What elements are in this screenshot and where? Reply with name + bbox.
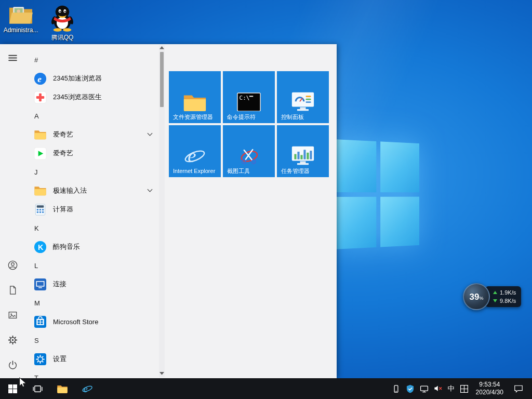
app-section-header[interactable]: J xyxy=(28,163,159,181)
tray-keyboard-icon xyxy=(460,384,469,393)
rail-user-button[interactable] xyxy=(0,252,25,277)
desktop-icon-label: Administra... xyxy=(4,26,38,34)
usage-percent-sign: % xyxy=(479,296,483,301)
desktop-icon-administrator[interactable]: Administra... xyxy=(2,4,39,34)
pictures-icon xyxy=(8,310,18,320)
tray-icons: 中 xyxy=(389,378,471,399)
rail-menu-button[interactable] xyxy=(0,45,25,70)
app-item-label: 2345浏览器医生 xyxy=(53,92,102,102)
desktop-icon-tencent-qq[interactable]: 腾讯QQ xyxy=(44,4,81,42)
download-row: 9.8K/s xyxy=(493,298,516,304)
windows-logo-pane xyxy=(380,196,419,247)
app-item-label: 计算器 xyxy=(53,205,73,214)
app-item-label: 爱奇艺 xyxy=(53,130,73,139)
rail-pictures-button[interactable] xyxy=(0,302,25,327)
app-section-header[interactable]: K xyxy=(28,219,159,237)
app-item[interactable]: K酷狗音乐 xyxy=(28,237,159,256)
hamburger-icon xyxy=(8,53,18,63)
tile-internet-explorer[interactable]: eInternet Explorer xyxy=(169,125,221,177)
app-item[interactable]: 2345浏览器医生 xyxy=(28,88,159,107)
app-item-label: 连接 xyxy=(53,280,66,289)
tile-snipping-tool[interactable]: 截图工具 xyxy=(223,125,275,177)
start-rail xyxy=(0,44,25,378)
tray-volume-muted[interactable] xyxy=(431,378,445,399)
app-list-scrollbar[interactable] xyxy=(159,45,165,377)
app-item[interactable]: 爱奇艺 xyxy=(28,144,159,163)
app-item[interactable]: 连接 xyxy=(28,275,159,294)
taskbar-start-button[interactable] xyxy=(0,378,25,399)
app-item-label: 爱奇艺 xyxy=(53,149,73,158)
tile-control-panel[interactable]: 控制面板 xyxy=(277,71,329,123)
tray-ime-language[interactable]: 中 xyxy=(445,378,457,399)
scrollbar-thumb[interactable] xyxy=(160,52,164,107)
section-letter: J xyxy=(34,168,38,176)
gear-icon xyxy=(8,335,18,345)
folder-icon xyxy=(57,384,68,394)
app-section-header[interactable]: M xyxy=(28,294,159,312)
chevron-down-icon[interactable] xyxy=(147,189,153,192)
tile-label: Internet Explorer xyxy=(173,167,218,175)
app-section-header[interactable]: T xyxy=(28,368,159,378)
taskbar-task-view-button[interactable] xyxy=(25,378,50,399)
admin-folder-icon xyxy=(9,4,33,25)
rail-power-button[interactable] xyxy=(0,352,25,377)
tile-grid: 文件资源管理器C:\命令提示符控制面板eInternet Explorer截图工… xyxy=(169,71,329,177)
scroll-down-icon[interactable] xyxy=(159,371,164,376)
tray-shield-icon xyxy=(406,384,415,393)
chevron-down-icon[interactable] xyxy=(147,132,153,136)
taskbar-date: 2020/4/30 xyxy=(476,389,503,396)
app-section-header[interactable]: A xyxy=(28,107,159,125)
app-item[interactable]: 设置 xyxy=(28,350,159,368)
tray-phone[interactable] xyxy=(389,378,403,399)
tray-volume-muted-icon xyxy=(434,384,443,392)
app-section-header[interactable]: S xyxy=(28,331,159,350)
upload-row: 1.9K/s xyxy=(493,289,516,296)
tile-cmd[interactable]: C:\命令提示符 xyxy=(223,71,275,123)
action-center-button[interactable] xyxy=(508,378,529,399)
app-item[interactable]: Microsoft Store xyxy=(28,312,159,331)
app-section-header[interactable]: # xyxy=(28,50,159,69)
app-item[interactable]: e2345加速浏览器 xyxy=(28,69,159,88)
task-view-icon xyxy=(33,384,43,394)
app-item-label: 酷狗音乐 xyxy=(53,242,80,251)
svg-text:K: K xyxy=(37,243,43,251)
taskbar-clock[interactable]: 9:53:54 2020/4/30 xyxy=(471,381,508,396)
tile-label: 控制面板 xyxy=(281,113,326,121)
app-item-label: 2345加速浏览器 xyxy=(53,74,102,83)
tray-ime-language-label: 中 xyxy=(448,384,455,393)
app-item[interactable]: 极速输入法 xyxy=(28,181,159,200)
section-letter: S xyxy=(34,337,39,344)
iqiyi-icon xyxy=(33,147,47,160)
network-monitor-widget[interactable]: 39 % 1.9K/s 9.8K/s xyxy=(463,283,521,310)
app-item[interactable]: 爱奇艺 xyxy=(28,125,159,144)
scroll-up-icon[interactable] xyxy=(159,45,164,50)
taskbar-internet-explorer-button[interactable]: e xyxy=(75,378,100,399)
store-icon xyxy=(33,315,47,328)
app-item-label: 极速输入法 xyxy=(53,186,87,195)
usage-ball[interactable]: 39 % xyxy=(463,283,490,310)
tray-security-shield[interactable] xyxy=(403,378,417,399)
section-letter: T xyxy=(34,374,38,379)
windows-logo-pane xyxy=(334,139,376,192)
tile-file-explorer[interactable]: 文件资源管理器 xyxy=(169,71,221,123)
document-icon xyxy=(8,285,18,295)
folder-icon xyxy=(33,185,47,196)
taskbar: e 中 9:53:54 2020/4/30 xyxy=(0,378,532,399)
section-letter: K xyxy=(34,224,39,232)
browser-2345-icon: e xyxy=(33,72,47,85)
rail-documents-button[interactable] xyxy=(0,277,25,302)
desktop-icon-label: 腾讯QQ xyxy=(51,33,74,42)
windows-logo xyxy=(334,139,419,249)
app-section-header[interactable]: L xyxy=(28,256,159,275)
app-item-label: 设置 xyxy=(53,354,66,364)
tile-task-manager[interactable]: 任务管理器 xyxy=(277,125,329,177)
system-tray: 中 9:53:54 2020/4/30 xyxy=(389,378,532,399)
app-item-label: Microsoft Store xyxy=(53,318,98,326)
taskbar-file-explorer-button[interactable] xyxy=(50,378,75,399)
tray-ime-keyboard[interactable] xyxy=(457,378,471,399)
tray-network[interactable] xyxy=(417,378,431,399)
tile-label: 文件资源管理器 xyxy=(173,113,218,121)
app-list: #e2345加速浏览器2345浏览器医生A爱奇艺爱奇艺J极速输入法计算器KK酷狗… xyxy=(25,44,159,378)
rail-settings-button[interactable] xyxy=(0,327,25,352)
app-item[interactable]: 计算器 xyxy=(28,200,159,219)
